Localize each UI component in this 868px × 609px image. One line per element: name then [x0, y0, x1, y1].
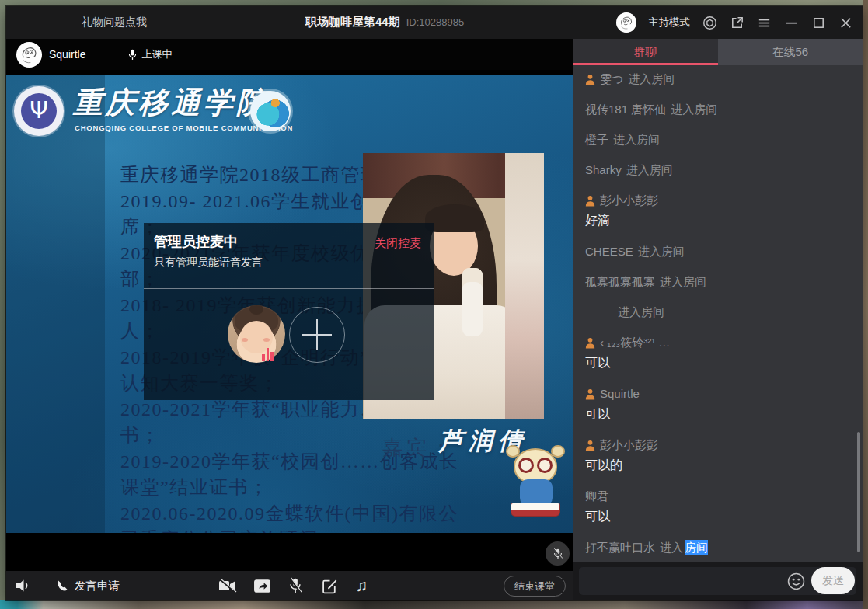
mic-off-icon[interactable]	[286, 576, 305, 596]
sender-name: ‹ ₁₂₃筱铃³²¹ …	[600, 335, 670, 350]
titlebar: 礼物问题点我 职场咖啡屋第44期 ID:10288985 主持模式	[6, 6, 863, 39]
system-message: 打不赢吐口水进入房间	[585, 540, 850, 555]
share-screen-icon[interactable]	[252, 576, 272, 595]
divider	[44, 579, 44, 593]
tab-label: 在线56	[772, 45, 808, 60]
speech-request-button[interactable]: 发言申请	[56, 571, 120, 600]
selected-text: 房间	[685, 540, 708, 555]
user-avatar[interactable]	[616, 12, 636, 33]
tab-online-members[interactable]: 在线56	[718, 39, 863, 65]
sender-name: 彭小小彭彭	[600, 437, 658, 453]
room-action-text: 进入房间	[628, 71, 675, 87]
send-button[interactable]: 发送	[811, 567, 855, 594]
titlebar-controls: 主持模式	[616, 6, 853, 39]
sender-name: 视传181 唐怀仙	[585, 102, 666, 117]
edit-notes-icon[interactable]	[320, 576, 339, 595]
room-action-text: 进入房间	[671, 102, 717, 117]
slide-text-line: 2020.06-2020.09金蝶软件(中国)有限公司重庆分公司实施顾问；	[120, 501, 472, 534]
member-icon	[585, 388, 595, 400]
room-action-text: 进入房间	[638, 244, 685, 259]
stage-area: Squirtle 上课中 Ψ 重庆移通学院 CHONGQING COLLEGE …	[6, 39, 573, 600]
class-toolbar: 发言申请 ♫ 结束课堂	[6, 571, 573, 600]
system-message: CHEESE进入房间	[585, 244, 850, 259]
desktop-wallpaper-strip	[0, 600, 868, 609]
sender-name: 打不赢吐口水	[585, 540, 655, 555]
voice-activity-indicator	[262, 347, 274, 361]
room-action-text: 进入房间	[618, 304, 664, 320]
close-button[interactable]	[838, 15, 853, 30]
sender-name: CHEESE	[585, 244, 633, 259]
sender-name: Squirtle	[600, 386, 640, 402]
emoji-icon[interactable]	[787, 572, 805, 590]
sidebar-tabs: 群聊 在线56	[573, 39, 863, 65]
chat-message: ‹ ₁₂₃筱铃³²¹ …可以	[585, 335, 850, 371]
tab-group-chat[interactable]: 群聊	[573, 39, 718, 65]
music-icon[interactable]: ♫	[352, 576, 371, 596]
room-action-text: 进入房间	[613, 132, 660, 148]
class-status-label: 上课中	[141, 47, 172, 61]
room-header: 职场咖啡屋第44期 ID:10288985	[305, 15, 464, 30]
modal-subtitle: 只有管理员能语音发言	[154, 256, 263, 270]
college-badge-logo	[250, 91, 291, 131]
sender-name: 卿君	[585, 489, 608, 504]
mic-muted-indicator	[546, 541, 570, 566]
desktop-wallpaper-strip	[863, 0, 868, 609]
message-text: 可以	[585, 354, 850, 371]
popout-icon[interactable]	[729, 15, 744, 30]
sender-name: 彭小小彭彭	[600, 193, 658, 208]
main-content: Squirtle 上课中 Ψ 重庆移通学院 CHONGQING COLLEGE …	[6, 39, 863, 600]
divider	[144, 288, 434, 289]
system-message: Sharky进入房间	[585, 162, 850, 178]
class-status: 上课中	[128, 47, 172, 61]
modal-title: 管理员控麦中	[154, 232, 238, 251]
speaker-seat-avatar[interactable]	[228, 305, 285, 363]
mascot-illustration	[503, 445, 573, 521]
member-icon	[585, 337, 595, 349]
system-message: 进入房间	[585, 304, 850, 320]
camera-off-icon[interactable]	[218, 576, 238, 595]
scrollbar-thumb[interactable]	[857, 432, 860, 552]
member-icon	[585, 74, 595, 85]
add-seat-button[interactable]	[289, 307, 345, 363]
college-name-calligraphy: 重庆移通学院	[73, 83, 267, 123]
host-avatar	[16, 42, 42, 68]
speaker-volume-icon[interactable]	[14, 577, 33, 594]
room-action-text: 进入房间	[626, 162, 673, 178]
sender-name: 橙子	[585, 132, 608, 148]
message-text: 可以的	[585, 457, 850, 474]
tab-label: 群聊	[633, 45, 657, 60]
chat-sidebar: 群聊 在线56 雯つ进入房间视传181 唐怀仙进入房间橙子进入房间Sharky进…	[573, 39, 863, 600]
menu-icon[interactable]	[756, 15, 772, 30]
end-class-button[interactable]: 结束课堂	[504, 576, 566, 597]
app-window: 礼物问题点我 职场咖啡屋第44期 ID:10288985 主持模式	[6, 6, 863, 600]
system-message: 橙子进入房间	[585, 132, 850, 148]
gift-question-button[interactable]: 礼物问题点我	[82, 16, 147, 30]
maximize-button[interactable]	[810, 15, 826, 30]
chat-message: 彭小小彭彭好滴	[585, 193, 850, 229]
member-icon	[585, 195, 595, 207]
system-message: 雯つ进入房间	[585, 71, 850, 87]
speech-request-label: 发言申请	[75, 579, 120, 593]
system-message: 孤寡孤寡孤寡进入房间	[585, 274, 850, 290]
room-action-text: 进入	[660, 540, 683, 555]
member-icon	[585, 440, 595, 451]
host-bar: Squirtle 上课中	[6, 39, 573, 70]
college-emblem-logo: Ψ	[14, 86, 64, 136]
microphone-icon	[128, 49, 137, 61]
minimize-button[interactable]	[783, 15, 799, 30]
host-mode-selector[interactable]: 主持模式	[648, 16, 690, 30]
sender-name: 孤寡孤寡孤寡	[585, 274, 655, 290]
chat-message: 卿君可以	[585, 489, 850, 525]
close-mic-control-button[interactable]: 关闭控麦	[375, 236, 421, 251]
room-title: 职场咖啡屋第44期	[305, 15, 400, 30]
chat-input-bar: 发送	[573, 562, 863, 600]
system-message: 视传181 唐怀仙进入房间	[585, 102, 850, 117]
chat-message-list[interactable]: 雯つ进入房间视传181 唐怀仙进入房间橙子进入房间Sharky进入房间彭小小彭彭…	[573, 65, 863, 562]
chat-message: 彭小小彭彭可以的	[585, 437, 850, 474]
settings-icon[interactable]	[702, 15, 717, 30]
room-action-text: 进入房间	[660, 274, 706, 290]
message-text: 好滴	[585, 212, 850, 229]
message-text: 可以	[585, 508, 850, 525]
room-id: ID:10288985	[406, 16, 464, 28]
message-text: 可以	[585, 405, 850, 423]
